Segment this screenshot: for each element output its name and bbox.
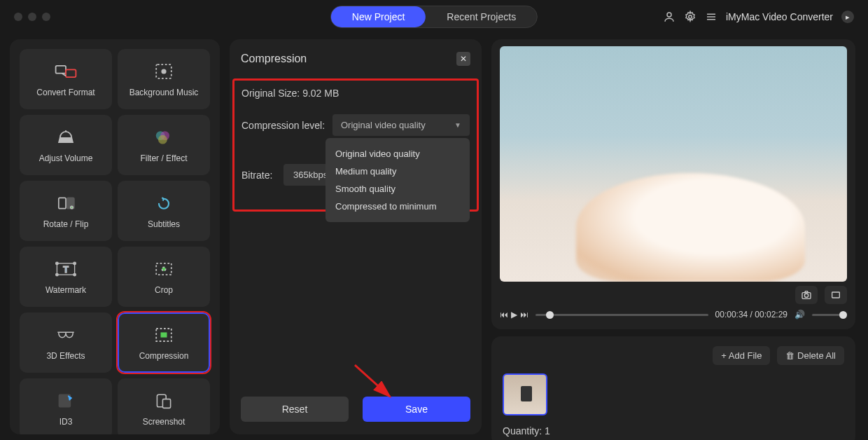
compression-level-dropdown: Original video quality Medium quality Sm… (326, 138, 470, 222)
original-size-text: Original Size: 9.02 MB (241, 88, 470, 99)
compression-icon (151, 324, 176, 345)
bitrate-label: Bitrate: (241, 170, 276, 181)
screenshot-icon (151, 390, 176, 411)
volume-slider[interactable] (812, 314, 847, 316)
tool-subtitles[interactable]: Subtitles (118, 181, 210, 241)
tab-new-project[interactable]: New Project (331, 6, 426, 27)
compression-level-select[interactable]: Original video quality ▼ (332, 114, 470, 136)
delete-all-button[interactable]: 🗑 Delete All (777, 346, 844, 365)
id3-icon (53, 390, 78, 411)
seek-slider[interactable] (536, 314, 708, 316)
tool-label: Filter / Effect (140, 153, 187, 163)
watermark-icon: T (53, 259, 78, 280)
add-file-button[interactable]: + Add File (713, 346, 770, 365)
rotate-icon (53, 193, 78, 214)
compression-level-label: Compression level: (241, 120, 326, 131)
svg-point-11 (71, 206, 73, 208)
project-tab-switch: New Project Recent Projects (330, 6, 538, 28)
panel-title: Compression (241, 53, 307, 65)
highlighted-settings-area: Original Size: 9.02 MB Compression level… (232, 78, 479, 212)
svg-rect-3 (66, 69, 76, 77)
tool-label: Screenshot (143, 417, 186, 427)
quantity-text: Quantity: 1 (503, 425, 844, 436)
svg-point-5 (161, 69, 166, 74)
svg-point-15 (74, 262, 76, 265)
svg-rect-9 (59, 198, 66, 208)
tool-compression[interactable]: Compression (118, 312, 210, 373)
subtitles-icon (151, 193, 176, 214)
play-icon[interactable]: ▶ (511, 310, 517, 319)
svg-rect-21 (161, 332, 167, 337)
filter-icon (151, 127, 176, 148)
video-preview[interactable] (500, 46, 847, 282)
tool-watermark[interactable]: T Watermark (20, 247, 112, 307)
compression-level-value: Original video quality (341, 120, 426, 130)
tool-convert-format[interactable]: Convert Format (20, 49, 112, 109)
save-button[interactable]: Save (363, 397, 470, 422)
tool-background-music[interactable]: Background Music (118, 49, 210, 109)
svg-rect-28 (832, 292, 840, 298)
user-icon[interactable] (663, 11, 676, 23)
svg-line-25 (355, 365, 390, 397)
tool-label: ID3 (59, 417, 73, 427)
titlebar: New Project Recent Projects iMyMac Video… (0, 0, 868, 34)
tool-label: Convert Format (36, 88, 94, 97)
svg-point-17 (74, 273, 76, 276)
svg-text:T: T (63, 265, 69, 275)
tool-sidebar: Convert Format Background Music Adjust V… (10, 39, 220, 434)
tool-rotate-flip[interactable]: Rotate / Flip (20, 181, 112, 241)
files-panel: + Add File 🗑 Delete All Quantity: 1 (491, 336, 855, 440)
dropdown-option[interactable]: Smooth quality (335, 180, 460, 198)
music-icon (151, 61, 176, 82)
tool-id3[interactable]: ID3 (20, 378, 112, 434)
svg-point-0 (667, 13, 671, 17)
app-title: iMyMac Video Converter (726, 11, 833, 22)
close-icon[interactable]: ✕ (456, 52, 470, 66)
tool-label: Subtitles (148, 219, 180, 229)
time-display: 00:00:34 / 00:02:29 (715, 310, 788, 319)
tool-label: Watermark (46, 285, 86, 295)
camera-icon[interactable] (795, 286, 818, 304)
tool-screenshot[interactable]: Screenshot (118, 378, 210, 434)
tool-label: Crop (155, 285, 173, 295)
file-thumbnail[interactable] (503, 373, 547, 415)
dropdown-option[interactable]: Medium quality (335, 163, 460, 180)
svg-point-14 (56, 262, 59, 265)
tool-adjust-volume[interactable]: Adjust Volume (20, 115, 112, 175)
svg-point-1 (689, 15, 692, 19)
dropdown-option[interactable]: Original video quality (335, 145, 460, 163)
glasses-icon (53, 324, 78, 345)
svg-point-16 (56, 273, 59, 276)
svg-point-19 (162, 267, 165, 270)
chevron-down-icon: ▼ (454, 121, 461, 129)
crop-icon (151, 259, 176, 280)
fullscreen-icon[interactable] (825, 286, 847, 304)
tool-3d-effects[interactable]: 3D Effects (20, 312, 112, 373)
app-badge-icon: ▸ (841, 11, 854, 23)
tab-recent-projects[interactable]: Recent Projects (426, 6, 537, 27)
volume-icon (53, 127, 78, 148)
step-fwd-icon[interactable]: ⏭ (520, 310, 528, 319)
tool-label: Compression (139, 351, 189, 361)
tool-label: Adjust Volume (39, 153, 93, 163)
volume-icon[interactable]: 🔊 (794, 310, 805, 319)
tool-filter-effect[interactable]: Filter / Effect (118, 115, 210, 175)
playback-controls: ⏮ ▶ ⏭ 00:00:34 / 00:02:29 🔊 (500, 310, 847, 319)
gear-icon[interactable] (684, 11, 696, 23)
svg-rect-24 (162, 399, 170, 408)
tool-label: Background Music (130, 88, 199, 97)
svg-point-8 (158, 135, 167, 144)
tool-crop[interactable]: Crop (118, 247, 210, 307)
menu-icon[interactable] (705, 11, 718, 23)
svg-rect-2 (56, 66, 66, 74)
preview-panel: ⏮ ▶ ⏭ 00:00:34 / 00:02:29 🔊 (491, 39, 855, 329)
tool-label: 3D Effects (46, 351, 85, 361)
tool-label: Rotate / Flip (43, 219, 89, 229)
dropdown-option[interactable]: Compressed to minimum (335, 198, 460, 215)
settings-panel: Compression ✕ Original Size: 9.02 MB Com… (230, 39, 482, 434)
window-traffic-lights[interactable] (14, 13, 50, 21)
reset-button[interactable]: Reset (241, 397, 349, 422)
step-back-icon[interactable]: ⏮ (500, 310, 508, 319)
convert-icon (53, 61, 78, 82)
svg-point-27 (804, 294, 808, 297)
